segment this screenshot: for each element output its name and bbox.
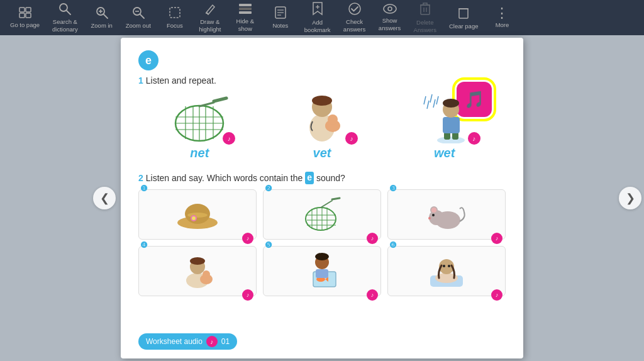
focus-label: Focus [167,22,183,29]
tool-show-answers[interactable]: Show answers [374,3,406,33]
svg-point-46 [328,114,338,125]
tool-draw-highlight[interactable]: Draw & highlight [194,3,226,33]
svg-line-72 [321,201,332,208]
svg-point-44 [312,96,332,106]
nav-prev-button[interactable]: ❮ [93,187,116,209]
net-illustration: ♪ [165,93,234,143]
tool-go-to-page[interactable]: Go to page [5,3,45,33]
svg-rect-30 [459,9,468,18]
svg-line-48 [430,94,432,103]
zoom-in-label: Zoom in [91,22,113,29]
zoom-in-icon [96,6,108,21]
svg-point-83 [203,270,210,278]
img-num-3: ❸ [389,184,397,193]
tool-focus[interactable]: Focus [158,3,191,33]
img-audio-3[interactable]: ♪ [491,233,502,244]
focus-icon [169,6,181,21]
svg-line-7 [104,14,108,18]
section2-highlight-e: e [305,172,314,184]
words-row: ♪ net [138,93,506,160]
svg-rect-55 [443,117,460,133]
check-answers-label: Check answers [343,18,365,33]
svg-rect-17 [239,11,252,14]
img-audio-5[interactable]: ♪ [367,289,378,301]
nav-next-button[interactable]: ❯ [619,187,641,209]
img-card-3: ❸ ♪ [387,189,506,240]
notes-label: Notes [272,22,288,29]
tool-more[interactable]: ⋮ More [486,3,518,33]
show-answers-icon [383,4,397,16]
svg-point-87 [315,253,329,260]
go-to-page-label: Go to page [10,21,40,28]
img-card-1: ❶ ♪ [138,189,257,240]
svg-line-51 [433,99,435,108]
delete-answers-icon [419,2,431,18]
svg-rect-1 [26,8,31,12]
img-audio-6[interactable]: ♪ [491,289,502,301]
svg-point-57 [443,99,459,108]
main-area: ❮ e 🎵 1 Listen and repeat. [0,35,644,361]
svg-rect-15 [239,4,252,6]
svg-rect-3 [26,13,31,18]
chevron-right-icon: ❯ [626,191,635,205]
more-icon: ⋮ [495,6,509,20]
notes-icon [275,6,286,21]
tool-delete-answers: Delete Answers [409,3,441,33]
wet-audio-btn[interactable]: ♪ [468,132,480,145]
tool-check-answers[interactable]: Check answers [338,3,371,33]
zoom-out-icon [132,6,145,21]
chevron-left-icon: ❮ [100,191,109,205]
svg-point-26 [388,7,392,11]
check-answers-icon [348,3,362,17]
svg-line-63 [332,198,340,199]
svg-point-76 [431,208,436,213]
vet-audio-btn[interactable]: ♪ [345,132,358,145]
section1-header: 1 Listen and repeat. [138,75,506,86]
section2-number: 2 [138,173,143,183]
worksheet-speaker-icon[interactable]: ♪ [206,336,218,347]
svg-point-92 [443,265,445,267]
img-audio-2[interactable]: ♪ [367,233,378,244]
svg-point-60 [187,213,208,218]
img-num-2: ❷ [265,184,272,193]
svg-point-93 [448,265,450,267]
img-num-4: ❹ [140,240,148,250]
svg-point-81 [190,257,205,265]
worksheet-track: 01 [221,337,230,346]
svg-line-31 [214,98,226,101]
section2-text-after: sound? [314,173,345,183]
worksheet-audio-bar[interactable]: Worksheet audio ♪ 01 [138,333,237,350]
section1-text: Listen and repeat. [146,75,216,86]
clear-page-label: Clear page [449,23,478,30]
wet-label: wet [434,146,455,160]
tool-search-dictionary[interactable]: Search & dictionary [47,3,83,33]
tool-zoom-out[interactable]: Zoom out [121,3,156,33]
tool-hide-show[interactable]: Hide & show [229,3,262,33]
svg-line-11 [140,14,144,18]
tool-zoom-in[interactable]: Zoom in [86,3,118,33]
svg-point-64 [306,208,336,230]
net-audio-btn[interactable]: ♪ [223,132,235,145]
svg-line-49 [436,96,438,104]
word-item-net: ♪ net [165,93,234,160]
svg-point-4 [60,4,67,11]
tool-add-bookmark[interactable]: Add bookmark [299,3,336,33]
vet-illustration: ♪ [287,93,357,143]
img-card-6: ❻ ♪ [387,246,506,296]
go-to-page-icon [19,7,31,20]
svg-point-62 [192,216,196,220]
search-dictionary-icon [58,3,71,17]
img-audio-1[interactable]: ♪ [242,233,253,244]
wet-illustration: ♪ [410,93,479,143]
svg-point-52 [437,136,465,143]
hide-show-icon [238,3,252,16]
svg-rect-0 [19,8,25,12]
add-bookmark-label: Add bookmark [304,19,331,33]
search-dictionary-label: Search & dictionary [52,18,78,33]
img-num-1: ❶ [140,184,148,193]
add-bookmark-icon [312,2,323,18]
svg-rect-88 [316,269,328,278]
tool-clear-page[interactable]: Clear page [444,3,483,33]
tool-notes[interactable]: Notes [264,3,297,33]
img-audio-4[interactable]: ♪ [242,289,253,301]
